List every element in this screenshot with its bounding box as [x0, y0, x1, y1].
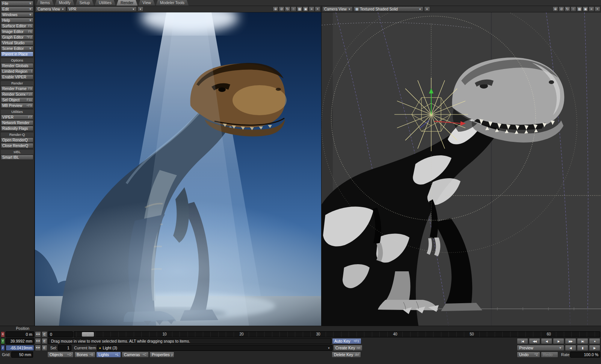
go-to-start-button[interactable]: |◀: [517, 338, 528, 344]
network-render-button[interactable]: Network Render: [1, 120, 33, 125]
spinner-right-icon[interactable]: ▶: [38, 338, 41, 344]
bones-button[interactable]: Bones+B: [74, 352, 95, 358]
redo-button[interactable]: Redo: [541, 352, 558, 358]
surface-editor-button[interactable]: Surface EditorF5: [1, 23, 33, 29]
viewport-menu-icon[interactable]: ≡: [589, 6, 594, 12]
tab-view[interactable]: View: [138, 0, 155, 6]
spinner-left-icon[interactable]: ◀: [35, 332, 38, 337]
z-spinner[interactable]: ◀▶: [35, 345, 41, 351]
z-envelope-button[interactable]: E: [42, 345, 47, 351]
zoom-icon[interactable]: ○: [571, 6, 576, 12]
record-button[interactable]: ●: [589, 338, 600, 344]
button-label: Smart IBL: [2, 155, 32, 159]
viewport-pattern-icon[interactable]: ▦: [577, 6, 582, 12]
objects-button[interactable]: Objects+O: [47, 352, 74, 358]
tab-items[interactable]: Items: [36, 0, 54, 6]
spinner-right-icon[interactable]: ▶: [38, 332, 41, 337]
opengl-canvas[interactable]: [322, 12, 601, 326]
cameras-button[interactable]: Cameras+C: [122, 352, 149, 358]
step-back-button[interactable]: ◀: [541, 338, 552, 344]
render-scene-button[interactable]: Render SceneF10: [1, 92, 33, 97]
limited-region-button[interactable]: Limited Regionl: [1, 69, 33, 74]
image-editor-button[interactable]: Image EditorF6: [1, 29, 33, 34]
render-frame-button[interactable]: Render FrameF9: [1, 86, 33, 91]
pan-icon[interactable]: ⊕: [553, 6, 558, 12]
rotate-view-icon[interactable]: ↻: [565, 6, 570, 12]
auto-key-button[interactable]: Auto Key+F1: [332, 338, 361, 344]
sel-object-button[interactable]: Sel ObjectF11: [1, 97, 33, 102]
spinner-left-icon[interactable]: ◀: [35, 338, 38, 344]
radiosity-flags-button[interactable]: Radiosity Flags: [1, 126, 33, 131]
tab-modify[interactable]: Modify: [55, 0, 75, 6]
camera-icon[interactable]: ▣: [303, 6, 308, 12]
tab-setup[interactable]: Setup: [76, 0, 94, 6]
current-frame-field[interactable]: 0: [48, 331, 73, 337]
z-position-field[interactable]: -65.0419mm: [6, 345, 34, 351]
undo-button[interactable]: Undo^Z: [517, 352, 540, 358]
preview-step-forward-button[interactable]: ▶: [589, 345, 600, 351]
prev-key-button[interactable]: ◀◀: [529, 338, 540, 344]
x-spinner[interactable]: ◀▶: [35, 331, 41, 337]
status-row: Y 39.9992 mm ◀▶ E Drag mouse in view to …: [1, 338, 600, 344]
timeline-tick: 40: [393, 332, 397, 337]
constrain-icon[interactable]: ⊘: [559, 6, 564, 12]
view-mode-dropdown[interactable]: Camera View▼: [322, 6, 353, 12]
current-item-dropdown[interactable]: ● Light (3) ▼: [97, 345, 332, 351]
zoom-icon[interactable]: ○: [291, 6, 296, 12]
rate-field[interactable]: 100.0 %: [570, 352, 600, 358]
mb-preview-button[interactable]: MB Preview+F9: [1, 103, 33, 108]
y-envelope-button[interactable]: E: [42, 338, 47, 344]
menu-file[interactable]: File▼: [1, 1, 33, 6]
shade-mode-dropdown[interactable]: ▦Textured Shaded Solid▼: [353, 6, 423, 12]
graph-editor-button[interactable]: Graph Editor^F2: [1, 35, 33, 40]
create-key-button[interactable]: Create Keyret: [333, 345, 362, 351]
tab-render[interactable]: Render: [116, 0, 137, 6]
smart-ibl-button[interactable]: Smart IBL: [1, 155, 33, 160]
x-envelope-button[interactable]: E: [42, 331, 47, 337]
x-position-field[interactable]: 0 m: [6, 331, 34, 337]
tab-modeler-tools[interactable]: Modeler Tools: [156, 0, 189, 6]
spinner-left-icon[interactable]: ◀: [35, 345, 38, 350]
close-renderq-button[interactable]: Close RenderQ: [1, 143, 33, 148]
scene-editor-button[interactable]: Scene Editor▼: [1, 46, 33, 51]
virtual-studio-button[interactable]: Virtual Studio: [1, 40, 33, 45]
rotate-view-icon[interactable]: ↻: [285, 6, 290, 12]
shade-mode-dropdown[interactable]: VPR▼: [67, 6, 137, 12]
play-button[interactable]: ▶: [553, 338, 564, 344]
preview-dropdown[interactable]: Preview▼: [517, 345, 564, 351]
menu-windows[interactable]: Windows▼: [1, 12, 33, 17]
viewport-menu-icon[interactable]: ≡: [309, 6, 314, 12]
pan-icon[interactable]: ⊕: [273, 6, 278, 12]
delete-key-button[interactable]: Delete Keydel: [332, 352, 361, 358]
viewport-layout-dropdown[interactable]: ▼: [424, 6, 430, 12]
vpr-render-canvas[interactable]: [35, 12, 321, 326]
go-to-end-button[interactable]: ▶|: [577, 338, 588, 344]
camera-icon[interactable]: ▣: [583, 6, 588, 12]
viewport-pattern-icon[interactable]: ▦: [297, 6, 302, 12]
lightwave-layout-window: Items Modify Setup Utilities Render View…: [0, 0, 601, 364]
preview-pause-button[interactable]: ▮: [577, 345, 588, 351]
constrain-icon[interactable]: ⊘: [279, 6, 284, 12]
spinner-right-icon[interactable]: ▶: [38, 345, 41, 350]
viewport-layout-dropdown[interactable]: ▼: [137, 6, 143, 12]
next-key-button[interactable]: ▶▶: [565, 338, 576, 344]
preview-step-back-button[interactable]: ◀: [565, 345, 576, 351]
parent-in-place-button[interactable]: Parent in Place: [1, 51, 33, 57]
viper-button[interactable]: VIPERF7: [1, 114, 33, 120]
lights-button[interactable]: Lights+L: [96, 352, 121, 358]
timeline-scrubber[interactable]: 0 0 10 20 30 40 50 60: [74, 331, 600, 337]
menu-help[interactable]: Help▼: [1, 18, 33, 23]
view-mode-dropdown[interactable]: Camera View▼: [36, 6, 66, 12]
y-position-field[interactable]: 39.9992 mm: [6, 338, 34, 344]
viewport-maximize-icon[interactable]: ×: [595, 6, 600, 12]
tab-utilities[interactable]: Utilities: [95, 0, 116, 6]
menu-edit[interactable]: Edit▼: [1, 6, 33, 12]
button-label: Render Globals: [2, 64, 31, 68]
viewport-maximize-icon[interactable]: ×: [315, 6, 320, 12]
enable-viper-button[interactable]: Enable VIPER: [1, 74, 33, 80]
grid-label: Grid:: [1, 352, 11, 358]
render-globals-button[interactable]: Render Globals: [1, 63, 33, 68]
properties-button[interactable]: Propertiesp: [149, 352, 174, 358]
open-renderq-button[interactable]: Open RenderQ: [1, 137, 33, 143]
y-spinner[interactable]: ◀▶: [35, 338, 41, 344]
